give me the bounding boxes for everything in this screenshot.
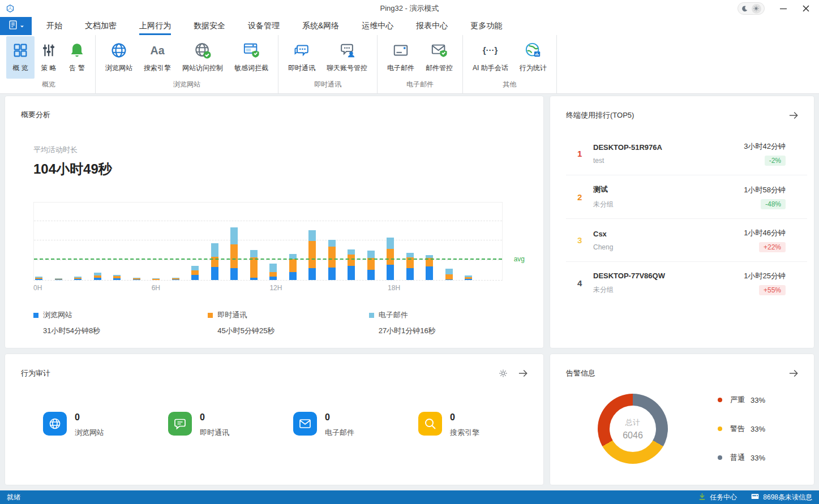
ribbon-item-搜索引擎[interactable]: Aa搜索引擎 [138,36,177,79]
tab-文档加密[interactable]: 文档加密 [85,17,117,35]
gear-icon[interactable] [498,368,508,378]
tab-上网行为[interactable]: 上网行为 [139,17,171,35]
task-center-button[interactable]: 任务中心 [698,492,737,502]
alerts-legend: 严重33%警告33%普通33% [718,395,765,463]
arrow-right-icon[interactable] [788,368,799,379]
bar-hour-22[interactable] [465,275,472,280]
top5-item[interactable]: 4DESKTOP-77V86QW未分组1小时25分钟+55% [566,262,807,304]
ribbon-item-AI助手会话[interactable]: {···}AI 助手会话 [467,36,514,79]
bar-segment [211,243,218,257]
ribbon-item-label: 即时通讯 [288,63,315,73]
ribbon-item-label: 邮件管控 [426,63,453,73]
ribbon-item-电子邮件[interactable]: 电子邮件 [381,36,420,79]
terminal-group: 未分组 [593,200,744,209]
ribbon-item-策略[interactable]: 策 略 [35,36,63,79]
bar-hour-15[interactable] [328,240,336,280]
bar-hour-10[interactable] [230,227,238,280]
top5-item[interactable]: 3CsxCheng1小时46分钟+22% [566,219,807,262]
bar-hour-3[interactable] [94,273,101,280]
ribbon-item-敏感词拦截[interactable]: 敏感词拦截 [229,36,274,79]
moon-icon[interactable] [741,5,748,12]
legend-item: 浏览网站31小时54分钟8秒 [33,310,208,336]
bar-segment [308,230,316,241]
bar-hour-7[interactable] [172,278,179,280]
globe-blue-icon [110,40,127,61]
app-menu-button[interactable] [0,17,32,35]
ribbon-item-聊天账号管控[interactable]: 聊天账号管控 [321,36,373,79]
sun-icon[interactable] [752,4,761,14]
bar-hour-13[interactable] [289,254,297,280]
audit-stat-浏览网站[interactable]: 0浏览网站 [43,412,168,438]
minimize-button[interactable] [779,5,787,12]
audit-stat-电子邮件[interactable]: 0电子邮件 [293,412,418,438]
legend-swatch [208,313,213,318]
tab-更多功能[interactable]: 更多功能 [470,17,502,35]
bar-hour-8[interactable] [191,266,199,280]
legend-dot [718,455,722,460]
bar-segment [74,279,82,280]
stat-label: 浏览网站 [75,428,104,438]
close-button[interactable] [802,5,810,12]
bar-hour-14[interactable] [308,230,316,280]
unread-messages-button[interactable]: 8698条未读信息 [751,492,812,503]
bar-hour-4[interactable] [113,275,121,280]
legend-swatch [369,313,374,318]
bar-hour-17[interactable] [367,251,375,280]
tab-设备管理[interactable]: 设备管理 [248,17,280,35]
bar-segment [35,279,42,280]
bar-hour-6[interactable] [152,278,160,280]
bar-hour-9[interactable] [211,243,218,280]
task-center-label: 任务中心 [710,493,737,502]
window-controls [737,2,819,15]
tab-运维中心[interactable]: 运维中心 [362,17,393,35]
bar-hour-12[interactable] [269,264,277,280]
bar-hour-21[interactable] [445,269,453,280]
legend-label: 电子邮件 [379,310,408,320]
bar-segment [172,279,179,280]
ribbon-item-邮件管控[interactable]: 邮件管控 [420,36,458,79]
tab-开始[interactable]: 开始 [46,17,62,35]
bar-segment [387,265,394,280]
bar-hour-2[interactable] [74,277,82,280]
change-badge-wrap: +22% [744,238,786,252]
ribbon-item-告警[interactable]: 告 警 [63,36,91,79]
bar-hour-1[interactable] [55,278,62,280]
arrow-right-icon[interactable] [788,110,799,121]
bar-segment [269,272,277,277]
alert-level-label: 警告 [730,424,745,434]
theme-toggle[interactable] [737,2,765,15]
ribbon-item-行为统计[interactable]: 行为统计 [514,36,552,79]
bar-hour-16[interactable] [348,249,355,280]
bar-hour-0[interactable] [35,277,42,280]
bar-hour-5[interactable] [133,278,140,280]
ribbon-item-网站访问控制[interactable]: 网站访问控制 [177,36,229,79]
alert-level-label: 普通 [730,453,745,463]
arrow-right-icon[interactable] [517,368,529,379]
bar-hour-11[interactable] [250,250,258,280]
audit-stat-即时通讯[interactable]: 0即时通讯 [168,412,293,438]
bottom-row: 行为审计 0浏览网站0即时通讯0电子邮件0搜索引擎 告警信息 总计 [5,354,814,485]
top5-item[interactable]: 1DESKTOP-51R976Atest3小时42分钟-2% [566,132,807,175]
alerts-header-actions [788,368,799,379]
ribbon-item-即时通讯[interactable]: 即时通讯 [282,36,321,79]
ribbon-item-概览[interactable]: 概 览 [6,36,35,79]
bar-segment [230,244,238,268]
top5-item[interactable]: 2测试未分组1小时58分钟-48% [566,175,807,219]
panel-title: 行为审计 [21,368,50,378]
ribbon-group-label: 概览 [4,79,93,93]
main-content: 概要分析 平均活动时长 104小时49秒 avg 0H6H12H18H 浏览网站… [0,94,819,490]
tab-系统&网络[interactable]: 系统&网络 [302,17,339,35]
audit-stat-搜索引擎[interactable]: 0搜索引擎 [418,412,543,438]
bar-hour-19[interactable] [406,253,414,280]
ribbon-item-浏览网站[interactable]: 浏览网站 [100,36,138,79]
tab-数据安全[interactable]: 数据安全 [194,17,225,35]
terminal-group: Cheng [593,243,744,251]
ribbon-items: {···}AI 助手会话行为统计 [465,35,555,79]
legend-item: 电子邮件27小时1分钟16秒 [369,310,543,336]
message-icon [751,492,760,503]
ribbon-item-label: 敏感词拦截 [234,63,268,73]
bar-segment [55,279,62,280]
terminal-info: CsxCheng [593,230,744,251]
x-axis-label: 12H [269,284,282,292]
tab-报表中心[interactable]: 报表中心 [416,17,448,35]
